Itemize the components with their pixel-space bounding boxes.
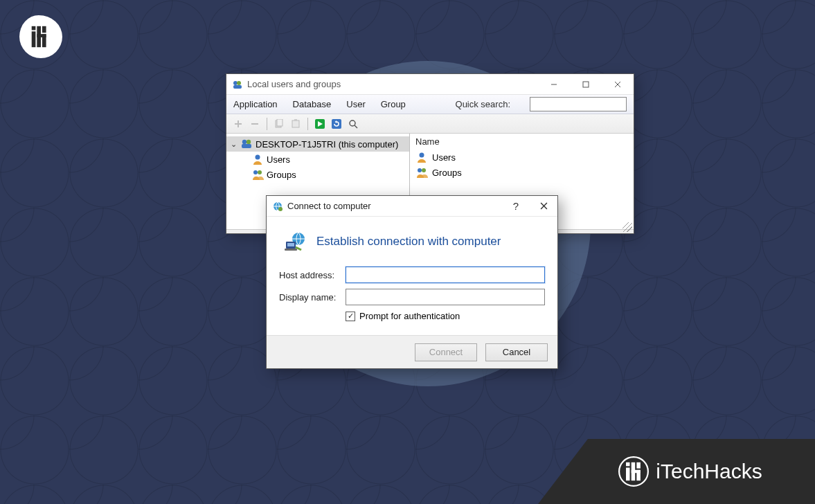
tree-users[interactable]: Users bbox=[226, 152, 409, 167]
menu-group[interactable]: Group bbox=[381, 99, 406, 109]
svg-rect-48 bbox=[637, 462, 641, 469]
dialog-heading-row: Establish connection with computer bbox=[283, 229, 545, 254]
svg-rect-17 bbox=[277, 119, 283, 126]
brand-name: iTechHacks bbox=[656, 460, 762, 483]
svg-rect-8 bbox=[233, 85, 242, 89]
svg-point-27 bbox=[247, 140, 251, 144]
svg-point-30 bbox=[253, 170, 258, 174]
window-titlebar: Local users and groups bbox=[226, 74, 634, 95]
user-icon bbox=[415, 151, 428, 163]
tree-root-label: DESKTOP-T1J5TRI (this computer) bbox=[256, 139, 398, 150]
list-users-label: Users bbox=[432, 152, 456, 163]
connect-button[interactable]: Connect bbox=[415, 343, 477, 361]
svg-line-25 bbox=[355, 125, 357, 128]
host-address-input[interactable] bbox=[346, 267, 545, 283]
svg-rect-5 bbox=[37, 34, 46, 37]
toolbar-refresh-button[interactable] bbox=[329, 116, 344, 132]
svg-point-34 bbox=[422, 168, 426, 172]
toolbar-run-button[interactable] bbox=[312, 116, 328, 132]
tree-groups-label: Groups bbox=[267, 170, 296, 180]
list-header-name[interactable]: Name bbox=[415, 136, 628, 147]
svg-rect-28 bbox=[242, 144, 251, 148]
menu-user[interactable]: User bbox=[346, 99, 365, 109]
dialog-close-button[interactable] bbox=[530, 196, 557, 217]
svg-rect-19 bbox=[294, 119, 297, 121]
resize-grip[interactable] bbox=[623, 222, 632, 232]
cancel-button[interactable]: Cancel bbox=[485, 343, 548, 361]
display-name-label: Display name: bbox=[279, 292, 346, 303]
computer-users-icon bbox=[240, 138, 253, 150]
group-icon bbox=[251, 168, 264, 181]
display-name-input[interactable] bbox=[346, 289, 545, 305]
svg-point-29 bbox=[256, 155, 260, 160]
svg-point-36 bbox=[278, 207, 283, 211]
quick-search-input[interactable] bbox=[530, 97, 627, 111]
svg-point-7 bbox=[237, 81, 241, 85]
list-row-groups[interactable]: Groups bbox=[415, 165, 628, 180]
list-row-users[interactable]: Users bbox=[415, 150, 628, 165]
svg-rect-0 bbox=[32, 26, 36, 30]
minimize-button[interactable] bbox=[538, 74, 570, 95]
prompt-auth-checkbox[interactable]: ✓ Prompt for authentication bbox=[346, 311, 545, 321]
dialog-heading: Establish connection with computer bbox=[316, 235, 501, 249]
window-title: Local users and groups bbox=[247, 79, 341, 89]
connection-icon bbox=[283, 229, 308, 254]
network-icon bbox=[272, 201, 283, 212]
toolbar bbox=[226, 114, 634, 134]
svg-rect-18 bbox=[292, 120, 299, 127]
prompt-auth-label: Prompt for authentication bbox=[359, 311, 460, 321]
toolbar-paste-button[interactable] bbox=[288, 116, 303, 132]
svg-rect-4 bbox=[42, 26, 46, 33]
quick-search-label: Quick search: bbox=[456, 99, 510, 109]
tree-root[interactable]: ⌄ DESKTOP-T1J5TRI (this computer) bbox=[226, 136, 409, 152]
menu-database[interactable]: Database bbox=[293, 99, 332, 109]
svg-rect-41 bbox=[287, 243, 294, 246]
checkbox-icon: ✓ bbox=[346, 312, 355, 321]
toolbar-add-button[interactable] bbox=[231, 116, 246, 132]
tree-users-label: Users bbox=[267, 154, 290, 165]
toolbar-remove-button[interactable] bbox=[247, 116, 262, 132]
user-icon bbox=[251, 153, 264, 165]
svg-rect-42 bbox=[285, 249, 297, 251]
svg-rect-10 bbox=[583, 82, 589, 87]
group-icon bbox=[415, 166, 428, 179]
chevron-down-icon[interactable]: ⌄ bbox=[229, 140, 238, 149]
svg-rect-45 bbox=[626, 468, 630, 481]
connect-dialog: Connect to computer ? Establish connecti… bbox=[266, 195, 558, 369]
svg-rect-44 bbox=[626, 462, 630, 467]
brand-badge bbox=[19, 15, 62, 58]
dialog-titlebar: Connect to computer ? bbox=[267, 196, 557, 217]
list-groups-label: Groups bbox=[432, 168, 462, 178]
dialog-title: Connect to computer bbox=[287, 201, 371, 211]
menubar: Application Database User Group Quick se… bbox=[226, 95, 634, 114]
close-button[interactable] bbox=[602, 74, 634, 95]
dialog-footer: Connect Cancel bbox=[267, 335, 557, 368]
toolbar-search-button[interactable] bbox=[346, 116, 361, 132]
svg-rect-1 bbox=[32, 31, 36, 47]
maximize-button[interactable] bbox=[570, 74, 602, 95]
svg-rect-49 bbox=[632, 470, 641, 473]
host-address-label: Host address: bbox=[279, 270, 346, 280]
svg-point-24 bbox=[350, 120, 355, 126]
dialog-help-button[interactable]: ? bbox=[502, 196, 530, 217]
svg-point-33 bbox=[418, 168, 422, 172]
menu-application[interactable]: Application bbox=[233, 99, 278, 109]
svg-point-32 bbox=[420, 153, 424, 158]
toolbar-copy-button[interactable] bbox=[271, 116, 287, 132]
svg-point-26 bbox=[242, 140, 247, 144]
svg-point-31 bbox=[258, 170, 262, 174]
tree-groups[interactable]: Groups bbox=[226, 167, 409, 182]
app-icon bbox=[232, 79, 243, 90]
